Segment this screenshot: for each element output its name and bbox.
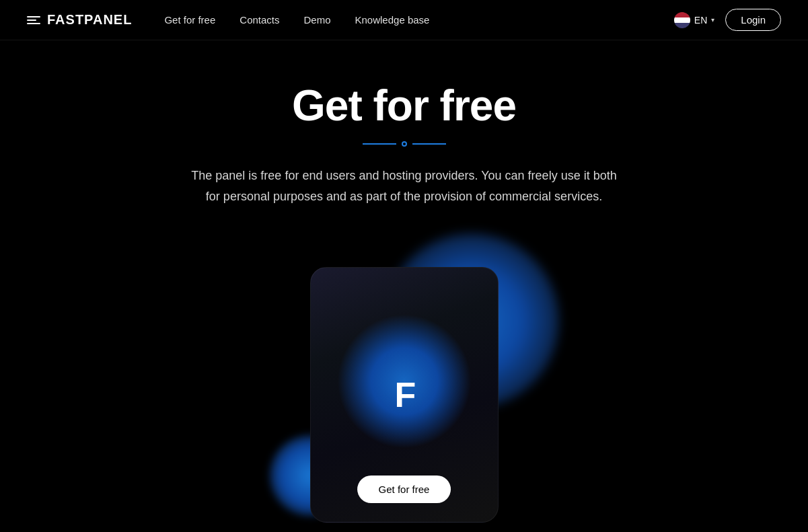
logo-text: FASTPANEL [47,12,132,28]
language-selector[interactable]: EN ▾ [674,12,714,28]
card-logo: F [395,377,414,412]
lang-label: EN [694,15,707,26]
nav-right: EN ▾ Login [674,9,781,31]
flag-icon [674,12,690,28]
login-button[interactable]: Login [725,9,781,31]
divider-line-left [363,143,396,145]
card-container: F Get for free [290,247,519,529]
hero-divider [363,141,446,147]
logo[interactable]: FASTPANEL [27,12,132,28]
nav-item-get-free: Get for free [164,14,215,26]
hero-description: The panel is free for end users and host… [189,165,620,206]
hero-title: Get for free [292,81,516,130]
chevron-down-icon: ▾ [711,16,714,24]
nav-link-knowledge-base[interactable]: Knowledge base [355,14,430,26]
hero-section: Get for free The panel is free for end u… [0,40,808,529]
divider-line-right [412,143,446,145]
get-free-button[interactable]: Get for free [357,476,451,503]
nav-link-contacts[interactable]: Contacts [240,14,279,26]
nav-item-demo: Demo [304,14,331,26]
navbar: FASTPANEL Get for free Contacts Demo Kno… [0,0,808,40]
nav-left: FASTPANEL Get for free Contacts Demo Kno… [27,12,429,28]
nav-item-knowledge-base: Knowledge base [355,14,430,26]
nav-links: Get for free Contacts Demo Knowledge bas… [164,14,429,26]
logo-icon [27,16,40,24]
divider-dot [402,141,407,147]
nav-item-contacts: Contacts [240,14,279,26]
nav-link-get-free[interactable]: Get for free [164,14,215,26]
main-card: F Get for free [310,267,499,523]
nav-link-demo[interactable]: Demo [304,14,331,26]
